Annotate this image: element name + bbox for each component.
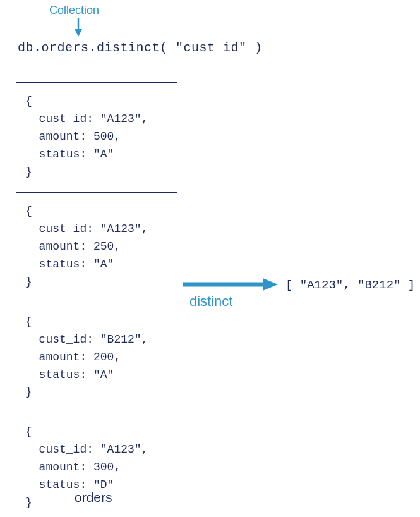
arrow-right-icon (183, 277, 278, 292)
document-1: { cust_id: "A123", amount: 250, status: … (16, 193, 177, 303)
svg-marker-3 (263, 278, 278, 291)
arrow-down-icon (72, 18, 85, 37)
query-expression: db.orders.distinct( "cust_id" ) (18, 40, 263, 55)
annotation-collection: Collection (49, 4, 99, 17)
collection-box: { cust_id: "A123", amount: 500, status: … (16, 82, 177, 517)
svg-marker-1 (75, 29, 82, 37)
operation-label: distinct (189, 293, 232, 310)
document-2: { cust_id: "B212", amount: 200, status: … (16, 303, 177, 413)
result-array: [ "A123", "B212" ] (285, 278, 415, 292)
document-0: { cust_id: "A123", amount: 500, status: … (16, 83, 177, 193)
collection-name-label: orders (75, 490, 112, 505)
